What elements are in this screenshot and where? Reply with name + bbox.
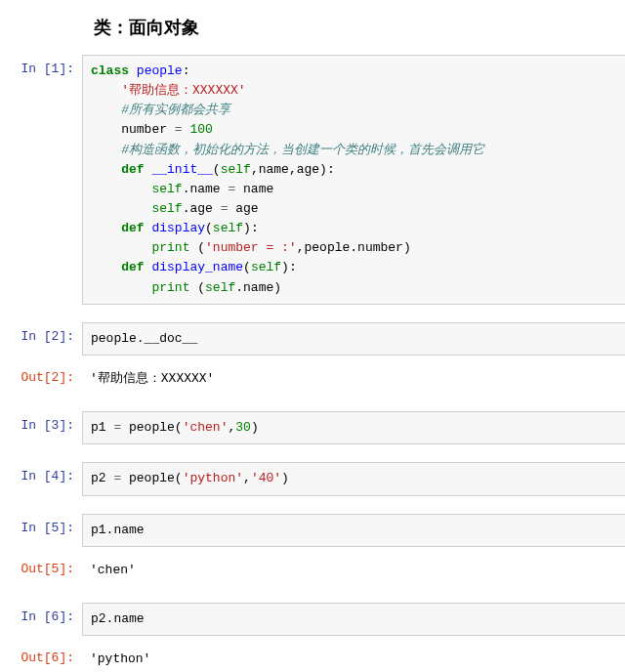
code-token: =	[228, 182, 235, 196]
code-token: self	[151, 182, 182, 196]
input-prompt: In [6]:	[0, 603, 82, 626]
output-cell: Out[5]:'chen'	[0, 555, 625, 586]
code-token: 100	[189, 122, 212, 137]
code-token: =	[175, 122, 183, 137]
page-heading: 类：面向对象	[0, 10, 625, 55]
code-token: print	[151, 240, 189, 255]
code-token: 30	[235, 420, 251, 435]
code-token: self	[251, 260, 281, 274]
code-token: print	[151, 280, 189, 295]
code-token: =	[221, 201, 229, 216]
code-input[interactable]: p2 = people('python','40')	[82, 462, 625, 495]
code-token: 'number = :'	[205, 240, 297, 255]
notebook-container: 类：面向对象 In [1]:class people: '帮助信息：XXXXXX…	[0, 0, 625, 672]
code-cell: In [5]:p1.name	[0, 514, 625, 547]
code-token: class	[91, 63, 129, 78]
code-cell: In [4]:p2 = people('python','40')	[0, 462, 625, 495]
code-input[interactable]: people.__doc__	[82, 322, 625, 356]
code-token: def	[121, 221, 144, 235]
code-cell: In [1]:class people: '帮助信息：XXXXXX' #所有实例…	[0, 55, 625, 305]
input-prompt: In [2]:	[0, 322, 82, 346]
code-token: '帮助信息：XXXXXX'	[121, 83, 245, 98]
code-token: self	[205, 280, 235, 295]
code-token: '40'	[251, 471, 281, 485]
code-token: 'python'	[183, 471, 243, 485]
code-token: 'chen'	[183, 420, 229, 435]
output-text: '帮助信息：XXXXXX'	[82, 363, 625, 395]
code-input[interactable]: p2.name	[82, 603, 625, 636]
code-token: self	[151, 201, 182, 216]
input-prompt: In [4]:	[0, 462, 82, 485]
output-prompt: Out[5]:	[0, 555, 82, 578]
code-token: self	[221, 162, 251, 177]
code-token: self	[213, 221, 243, 235]
code-token: display_name	[151, 260, 243, 274]
code-input[interactable]: p1.name	[82, 514, 625, 547]
code-token: def	[121, 162, 144, 177]
output-text: 'chen'	[82, 555, 625, 586]
input-prompt: In [5]:	[0, 514, 82, 537]
code-token: __init__	[151, 162, 212, 177]
output-text: 'python'	[82, 644, 625, 672]
code-token: #所有实例都会共享	[121, 103, 230, 117]
code-token: people	[137, 63, 183, 78]
output-cell: Out[2]:'帮助信息：XXXXXX'	[0, 363, 625, 395]
input-prompt: In [3]:	[0, 411, 82, 435]
code-token: def	[121, 260, 144, 274]
code-cell: In [6]:p2.name	[0, 603, 625, 636]
code-cell: In [2]:people.__doc__	[0, 322, 625, 356]
output-prompt: Out[6]:	[0, 644, 82, 667]
code-token: display	[151, 221, 205, 235]
cells-host: In [1]:class people: '帮助信息：XXXXXX' #所有实例…	[0, 55, 625, 672]
code-token: #构造函数，初始化的方法，当创建一个类的时候，首先会调用它	[121, 143, 484, 157]
input-prompt: In [1]:	[0, 55, 82, 78]
code-token: =	[113, 420, 121, 435]
code-token: =	[113, 471, 121, 485]
code-input[interactable]: p1 = people('chen',30)	[82, 411, 625, 444]
output-prompt: Out[2]:	[0, 363, 82, 387]
output-cell: Out[6]:'python'	[0, 644, 625, 672]
code-input[interactable]: class people: '帮助信息：XXXXXX' #所有实例都会共享 nu…	[82, 55, 625, 305]
code-cell: In [3]:p1 = people('chen',30)	[0, 411, 625, 444]
